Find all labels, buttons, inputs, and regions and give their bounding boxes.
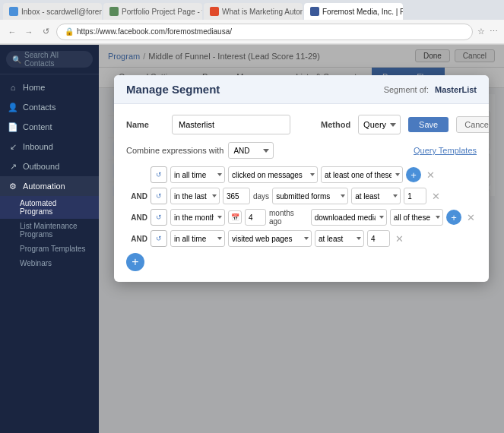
sidebar-sub-label-automated: Automated Programs [20,199,91,216]
browser-tabs: Inbox - scardwell@foremostm... ✕ Portfol… [0,0,504,20]
filter-reset-1[interactable]: ↺ [151,166,167,183]
sidebar-item-label-automation: Automation [23,182,65,191]
sidebar-item-contacts[interactable]: 👤 Contacts [0,97,99,117]
sidebar-sub-program-templates[interactable]: Program Templates [0,242,99,256]
segment-label: Segment of: [384,85,429,94]
sidebar-search: 🔍 Search All Contacts [0,45,99,74]
modal-header: Manage Segment Segment of: MasterList [114,75,489,104]
name-method-row: Name Method Query Save Cancel [126,115,477,134]
automation-icon: ⚙ [8,181,18,191]
home-icon: ⌂ [8,82,18,93]
filter-connector-2: AND [126,192,147,201]
bottom-add-button[interactable]: + [126,253,144,271]
back-button[interactable]: ← [6,26,18,38]
filter-add-1[interactable]: + [406,167,421,182]
tab-favicon-1 [9,7,18,16]
filter-value-4[interactable] [367,230,390,247]
browser-tab-4[interactable]: Foremost Media, Inc. | Fac... ✕ [304,3,403,20]
filter-time-4[interactable]: in all time [170,230,225,247]
modal-overlay: Manage Segment Segment of: MasterList Na… [99,45,504,433]
sidebar-item-content[interactable]: 📄 Content [0,117,99,137]
filter-reset-4[interactable]: ↺ [151,230,167,247]
tab-label-1: Inbox - scardwell@foremostm... [21,8,102,16]
sidebar-sub-label-templates: Program Templates [20,245,86,253]
name-label: Name [126,120,164,129]
sidebar-item-home[interactable]: ⌂ Home [0,77,99,97]
filter-time-2[interactable]: in the last [170,188,220,204]
method-select[interactable]: Query [358,115,401,134]
filter-add-3[interactable]: + [446,210,461,225]
filter-row-1: ↺ in all time clicked on messages at lea… [126,166,477,183]
segment-value: MasterList [435,85,477,94]
filter-qualifier-2[interactable]: at least [351,188,401,204]
modal-cancel-button[interactable]: Cancel [456,116,489,133]
lock-icon: 🔒 [65,27,74,36]
tab-favicon-3 [210,7,219,16]
filter-connector-4: AND [126,235,147,243]
filter-qualifier-1[interactable]: at least one of these [321,166,403,183]
filter-months-input[interactable] [245,209,266,226]
browser-tab-2[interactable]: Portfolio Project Page - v2... ✕ [103,3,202,20]
content-icon: 📄 [8,122,18,132]
filter-connector-3: AND [126,213,147,222]
outbound-icon: ↗ [8,161,18,172]
filter-qualifier-3[interactable]: all of these [390,209,443,226]
sidebar-item-label-outbound: Outbound [23,162,59,171]
filter-qualifier-4[interactable]: at least [315,230,364,247]
sidebar-item-label-home: Home [23,83,45,92]
search-bar[interactable]: 🔍 Search All Contacts [6,51,93,68]
filter-remove-2[interactable]: ✕ [430,190,442,202]
browser-icons: ☆ ⋯ [477,27,498,36]
combine-row: Combine expressions with AND Query Templ… [126,142,477,159]
filter-main-1[interactable]: clicked on messages [228,166,318,183]
tab-label-4: Foremost Media, Inc. | Fac... [322,8,403,16]
modal-body: Name Method Query Save Cancel Combine ex… [114,104,489,282]
browser-tab-1[interactable]: Inbox - scardwell@foremostm... ✕ [3,3,102,20]
query-templates-link[interactable]: Query Templates [414,146,477,155]
more-icon[interactable]: ⋯ [490,27,498,36]
name-input[interactable] [172,115,290,134]
tab-favicon-4 [310,7,319,16]
combine-select[interactable]: AND [228,142,274,159]
sidebar-sub-webinars[interactable]: Webinars [0,256,99,270]
manage-segment-modal: Manage Segment Segment of: MasterList Na… [114,75,489,282]
browser-tab-3[interactable]: What is Marketing Automatio... ✕ [204,3,303,20]
forward-button[interactable]: → [23,26,35,38]
sidebar-sub-list-maintenance[interactable]: List Maintenance Programs [0,219,99,242]
sidebar-nav: ⌂ Home 👤 Contacts 📄 Content ↙ Inbound ↗ … [0,74,99,433]
sidebar: 🔍 Search All Contacts ⌂ Home 👤 Contacts … [0,45,99,433]
address-text: https://www.facebook.com/foremostmediaus… [77,27,232,36]
filter-value-2[interactable] [404,188,426,204]
filter-days-input[interactable] [223,188,250,204]
sidebar-item-inbound[interactable]: ↙ Inbound [0,137,99,156]
sidebar-item-automation[interactable]: ⚙ Automation [0,176,99,196]
filter-remove-4[interactable]: ✕ [393,232,405,245]
address-bar[interactable]: 🔒 https://www.facebook.com/foremostmedia… [56,24,473,40]
sidebar-item-label-inbound: Inbound [23,142,53,151]
app-container: 🔍 Search All Contacts ⌂ Home 👤 Contacts … [0,45,504,433]
modal-header-right: Segment of: MasterList [384,85,477,94]
filter-reset-3[interactable]: ↺ [151,209,167,226]
method-label: Method [321,120,350,129]
sidebar-item-label-contacts: Contacts [23,103,55,112]
sidebar-sub-automated-programs[interactable]: Automated Programs [0,196,99,219]
refresh-button[interactable]: ↺ [40,26,52,38]
browser-toolbar: ← → ↺ 🔒 https://www.facebook.com/foremos… [0,20,504,44]
filter-remove-3[interactable]: ✕ [464,211,477,223]
filter-time-3[interactable]: in the month [170,209,225,226]
calendar-icon-3[interactable]: 📅 [228,210,242,224]
bookmark-icon[interactable]: ☆ [477,27,485,36]
filter-main-3[interactable]: downloaded media [311,209,387,226]
filter-row-3: AND ↺ in the month 📅 months ago download… [126,209,477,226]
filter-main-2[interactable]: submitted forms [272,188,348,204]
save-button[interactable]: Save [408,117,449,132]
tab-label-3: What is Marketing Automatio... [222,8,303,16]
sidebar-sub-label-webinars: Webinars [20,259,52,267]
filter-remove-1[interactable]: ✕ [424,169,436,181]
filter-row-2: AND ↺ in the last days submitted forms a… [126,188,477,204]
sidebar-item-outbound[interactable]: ↗ Outbound [0,156,99,176]
sidebar-sub-label-list: List Maintenance Programs [20,222,91,239]
filter-main-4[interactable]: visited web pages [228,230,312,247]
filter-reset-2[interactable]: ↺ [151,188,167,204]
filter-time-1[interactable]: in all time [170,166,225,183]
